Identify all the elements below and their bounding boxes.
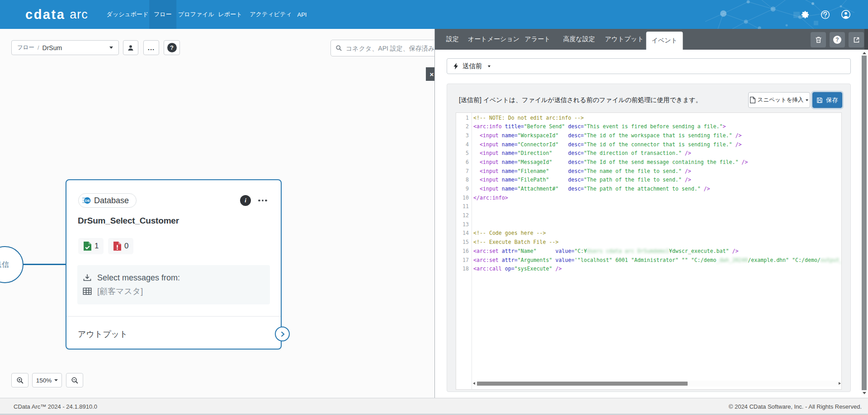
card-action-panel: Select messages from: [顧客マスタ] xyxy=(77,265,270,304)
settings-tab[interactable]: アラート xyxy=(519,29,556,50)
line-number: 12 xyxy=(456,211,472,220)
line-number: 4 xyxy=(456,140,472,149)
breadcrumb-separator: / xyxy=(38,45,39,51)
connector-type-badge[interactable]: DB Database xyxy=(78,193,137,208)
file-error-icon xyxy=(113,241,122,251)
settings-tabbar: ? 設定オートメーションアラート高度な設定アウトプットイベント xyxy=(435,29,868,50)
line-number: 13 xyxy=(456,220,472,229)
editor-horizontal-scrollbar[interactable] xyxy=(472,381,841,387)
code-line xyxy=(473,202,841,211)
code-line: <arc:info title="Before Send" desc="This… xyxy=(473,122,841,131)
panel-help-button[interactable]: ? xyxy=(830,32,845,47)
canvas-search-box xyxy=(330,40,435,56)
navbar-icons xyxy=(801,0,851,29)
connector-type-label: Database xyxy=(94,196,129,205)
user-icon xyxy=(127,44,134,51)
footer-copyright: © 2024 CData Software, Inc. - All Rights… xyxy=(729,403,862,410)
nav-item-link[interactable]: アクティビティ xyxy=(245,0,296,29)
connector-card[interactable]: DB Database i DrSum_Select_Customer 1 xyxy=(66,179,282,350)
nav-item-link[interactable]: レポート xyxy=(214,0,247,29)
output-label: アウトプット xyxy=(78,329,128,340)
line-number: 15 xyxy=(456,238,472,247)
vscroll-thumb[interactable] xyxy=(862,56,867,390)
scroll-right-icon[interactable] xyxy=(839,382,841,385)
settings-tab[interactable]: オートメーション xyxy=(462,29,525,50)
card-divider xyxy=(66,316,281,317)
send-node-label: 送信 xyxy=(0,260,9,270)
success-count-badge[interactable]: 1 xyxy=(78,238,104,254)
chevron-down-icon xyxy=(54,379,58,381)
trash-icon xyxy=(815,36,822,43)
svg-text:DB: DB xyxy=(85,199,90,203)
chevron-down-icon xyxy=(109,47,113,49)
footer-version: CData Arc™ 2024 - 24.1.8910.0 xyxy=(14,403,97,410)
help-circle-icon[interactable] xyxy=(821,10,830,19)
line-number: 10 xyxy=(456,194,472,203)
zoom-level-dropdown[interactable]: 150% xyxy=(32,373,62,387)
card-ellipsis-icon[interactable] xyxy=(256,195,269,206)
editor-code[interactable]: <!-- NOTE: Do not edit arc:info --><arc:… xyxy=(472,113,841,380)
nav-item-link[interactable]: プロファイル xyxy=(174,0,219,29)
flow-canvas[interactable]: フロー / DrSum ... ? × 送信 xyxy=(0,29,435,398)
connector-settings-panel: ? 設定オートメーションアラート高度な設定アウトプットイベント 送信前 [送信前… xyxy=(435,29,868,398)
line-number: 16 xyxy=(456,247,472,256)
workspace-users-button[interactable] xyxy=(123,40,138,55)
line-number: 5 xyxy=(456,149,472,158)
lightning-icon xyxy=(453,63,458,70)
code-line: <arc:set attr="Arguments" value='"localh… xyxy=(473,256,841,265)
nav-item-link[interactable]: ダッシュボード xyxy=(102,0,153,29)
code-line: </arc:info> xyxy=(473,194,841,203)
settings-tab-active[interactable]: イベント xyxy=(646,32,683,50)
scroll-down-icon[interactable] xyxy=(863,392,866,394)
search-input[interactable] xyxy=(346,45,435,52)
event-editor-card: [送信前] イベントは、ファイルが送信される前のファイルの前処理に使用できます。… xyxy=(447,84,851,392)
settings-tab[interactable]: 高度な設定 xyxy=(558,29,600,50)
app-logo[interactable]: cdata arc xyxy=(25,0,88,29)
code-line: <input name="ConnectorId" desc="The id o… xyxy=(473,140,841,149)
event-selector-dropdown[interactable]: 送信前 xyxy=(447,58,851,74)
open-external-button[interactable] xyxy=(849,32,864,47)
logo-product: arc xyxy=(70,8,88,22)
nav-item-active[interactable]: フロー xyxy=(149,0,176,29)
chevron-down-icon xyxy=(488,65,491,67)
delete-button[interactable] xyxy=(811,32,826,47)
editor-gutter: 123456789101112131415161718 xyxy=(456,113,472,389)
panel-vertical-scrollbar[interactable] xyxy=(861,50,868,398)
code-line: <!-- Execute Batch File --> xyxy=(473,238,841,247)
connector-title: DrSum_Select_Customer xyxy=(78,216,179,226)
code-line: <arc:set attr="Name" value="C:¥Users cda… xyxy=(473,247,841,256)
error-count-badge[interactable]: 0 xyxy=(108,238,133,254)
close-icon[interactable]: × xyxy=(426,67,435,81)
gear-icon[interactable] xyxy=(801,10,810,19)
zoom-in-button[interactable] xyxy=(11,373,28,387)
scroll-left-icon[interactable] xyxy=(473,382,475,385)
nav-item-link[interactable]: API xyxy=(293,0,311,29)
code-line xyxy=(473,220,841,229)
settings-tab[interactable]: アウトプット xyxy=(599,29,649,50)
hscroll-thumb[interactable] xyxy=(477,382,688,386)
account-icon[interactable] xyxy=(841,9,851,19)
scroll-up-icon[interactable] xyxy=(863,52,866,54)
send-connector-node[interactable]: 送信 xyxy=(0,246,24,283)
output-arrow-button[interactable] xyxy=(275,326,290,341)
zoom-out-button[interactable] xyxy=(66,373,83,387)
file-check-icon xyxy=(83,241,92,251)
insert-snippet-button[interactable]: スニペットを挿入 xyxy=(748,92,810,108)
breadcrumb-flow-name: DrSum xyxy=(42,44,62,51)
save-label: 保存 xyxy=(826,96,838,104)
line-number: 7 xyxy=(456,167,472,176)
code-line: <input name="Filename" desc="The name of… xyxy=(473,167,841,176)
code-line: <arc:call op="sysExecute" /> xyxy=(473,265,841,274)
canvas-help-button[interactable]: ? xyxy=(164,40,180,55)
flow-selector-dropdown[interactable]: フロー / DrSum xyxy=(11,40,119,55)
chevron-down-icon xyxy=(806,99,808,101)
more-actions-button[interactable]: ... xyxy=(143,40,159,55)
info-icon[interactable]: i xyxy=(240,195,251,206)
save-button[interactable]: 保存 xyxy=(812,92,842,108)
insert-snippet-label: スニペットを挿入 xyxy=(758,96,804,104)
zoom-in-icon xyxy=(16,377,24,384)
event-description: [送信前] イベントは、ファイルが送信される前のファイルの前処理に使用できます。 xyxy=(459,96,702,104)
settings-tab[interactable]: 設定 xyxy=(441,29,464,50)
code-editor[interactable]: 123456789101112131415161718 <!-- NOTE: D… xyxy=(456,112,842,390)
line-number: 6 xyxy=(456,158,472,167)
